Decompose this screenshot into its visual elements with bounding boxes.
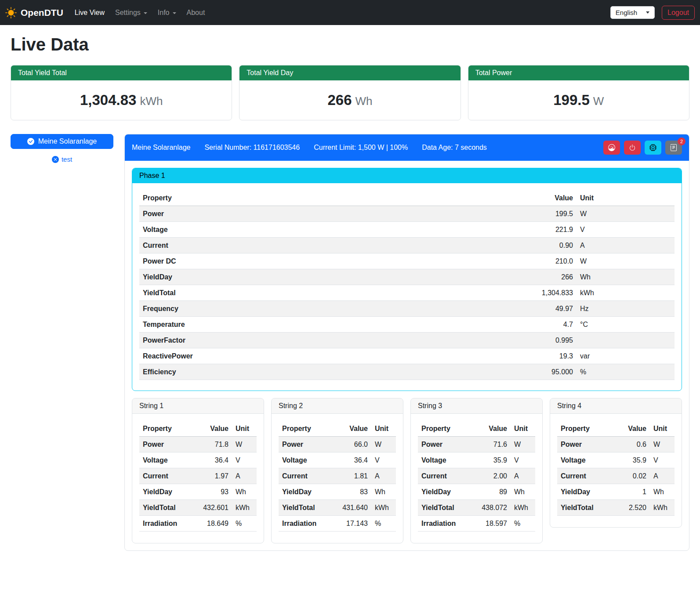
table-row: Power DC210.0W [139, 253, 675, 269]
table-row: Irradiation18.649% [139, 516, 257, 532]
value-header: Value [476, 421, 511, 437]
unit-cell: Wh [577, 269, 675, 285]
unit-cell: W [577, 206, 675, 222]
property-cell: YieldDay [139, 269, 524, 285]
table-row: Power199.5W [139, 206, 675, 222]
value-cell: 432.601 [198, 500, 232, 516]
value-cell: 0.90 [524, 238, 577, 253]
table-row: Efficiency95.000% [139, 364, 675, 380]
string-table: Property Value Unit Power0.6WVoltage35.9… [557, 421, 675, 516]
value-cell: 89 [476, 484, 511, 500]
table-row: Irradiation17.143% [279, 516, 396, 532]
value-cell: 0.02 [616, 468, 650, 484]
strings-row: String 1 Property Value Unit [132, 398, 682, 543]
property-cell: Irradiation [279, 516, 337, 532]
limit-settings-button[interactable] [603, 141, 620, 155]
summary-card-unit: Wh [355, 94, 373, 108]
value-cell: 4.7 [524, 317, 577, 333]
phase-title: Phase 1 [132, 168, 682, 183]
table-row: Frequency49.97Hz [139, 301, 675, 317]
brand-label: OpenDTU [21, 7, 63, 18]
inverter-select-button[interactable]: Meine Solaranlage [11, 134, 113, 149]
property-cell: Current [139, 238, 524, 253]
device-info-button[interactable] [645, 141, 661, 155]
language-select-value: English [616, 9, 637, 16]
value-cell: 431.640 [337, 500, 371, 516]
nav-links: Live View Settings Info About [69, 5, 210, 20]
table-row: Current2.00A [418, 468, 535, 484]
property-cell: Voltage [279, 452, 337, 468]
unit-cell: V [511, 452, 535, 468]
property-cell: Current [279, 468, 337, 484]
phase-card: Phase 1 Property Value Unit P [132, 168, 682, 391]
summary-cards: Total Yield Total 1,304.83kWh Total Yiel… [11, 65, 689, 120]
unit-cell: °C [577, 317, 675, 333]
property-header: Property [139, 421, 198, 437]
table-row: Current1.97A [139, 468, 257, 484]
nav-right: English Logout [610, 6, 695, 20]
event-filter-chip[interactable]: test [11, 156, 113, 163]
inverter-select-label: Meine Solaranlage [38, 137, 97, 145]
unit-cell: % [577, 364, 675, 380]
inverter-panel: Meine Solaranlage Serial Number: 1161716… [124, 134, 689, 551]
property-cell: YieldDay [557, 484, 616, 500]
table-row: Irradiation18.597% [418, 516, 535, 532]
property-cell: Voltage [418, 452, 476, 468]
language-select[interactable]: English [610, 6, 655, 19]
value-cell: 1,304.833 [524, 285, 577, 301]
unit-cell: W [371, 437, 396, 452]
nav-item-settings[interactable]: Settings [110, 5, 152, 20]
nav-item-about[interactable]: About [181, 5, 210, 20]
property-cell: Current [557, 468, 616, 484]
value-cell: 438.072 [476, 500, 511, 516]
table-header-row: Property Value Unit [418, 421, 535, 437]
value-cell: 19.3 [524, 348, 577, 364]
brand[interactable]: OpenDTU [5, 7, 63, 18]
summary-card-yield-total: Total Yield Total 1,304.83kWh [11, 65, 232, 120]
unit-cell: V [577, 222, 675, 238]
unit-cell [577, 333, 675, 348]
value-cell: 1 [616, 484, 650, 500]
value-cell: 36.4 [198, 452, 232, 468]
nav-item-info[interactable]: Info [152, 5, 181, 20]
unit-header: Unit [650, 421, 675, 437]
string-body: Property Value Unit Power66.0WVoltage36.… [272, 414, 403, 543]
property-cell: Power [418, 437, 476, 452]
sun-icon [5, 7, 17, 18]
property-cell: Temperature [139, 317, 524, 333]
power-button[interactable] [624, 141, 641, 155]
logout-button[interactable]: Logout [662, 6, 695, 20]
property-cell: Irradiation [139, 516, 198, 532]
inverter-serial: Serial Number: 116171603546 [204, 144, 300, 152]
unit-cell: Wh [650, 484, 675, 500]
navbar: OpenDTU Live View Settings Info About En… [0, 0, 700, 25]
table-row: Voltage36.4V [279, 452, 396, 468]
table-row: ReactivePower19.3var [139, 348, 675, 364]
table-row: YieldTotal438.072kWh [418, 500, 535, 516]
string-body: Property Value Unit Power71.6WVoltage35.… [411, 414, 542, 543]
property-cell: YieldDay [139, 484, 198, 500]
summary-card-value: 1,304.83 [80, 92, 136, 108]
property-cell: YieldTotal [557, 500, 616, 516]
value-cell: 0.995 [524, 333, 577, 348]
inverter-panel-header: Meine Solaranlage Serial Number: 1161716… [125, 134, 689, 161]
table-row: Voltage36.4V [139, 452, 257, 468]
summary-card-total-power: Total Power 199.5W [468, 65, 689, 120]
table-row: Power71.8W [139, 437, 257, 452]
summary-card-unit: kWh [140, 94, 163, 108]
nav-item-live-view[interactable]: Live View [69, 5, 110, 20]
unit-cell: V [232, 452, 257, 468]
unit-cell: V [371, 452, 396, 468]
unit-header: Unit [577, 190, 675, 206]
string-title: String 4 [550, 398, 682, 414]
table-row: Temperature4.7°C [139, 317, 675, 333]
table-row: YieldDay93Wh [139, 484, 257, 500]
string-table: Property Value Unit Power71.6WVoltage35.… [418, 421, 535, 532]
value-header: Value [616, 421, 650, 437]
property-cell: Voltage [139, 452, 198, 468]
unit-cell: % [511, 516, 535, 532]
value-header: Value [524, 190, 577, 206]
unit-cell: Wh [371, 484, 396, 500]
event-log-button[interactable]: 2 [665, 141, 682, 155]
unit-cell: kWh [650, 500, 675, 516]
